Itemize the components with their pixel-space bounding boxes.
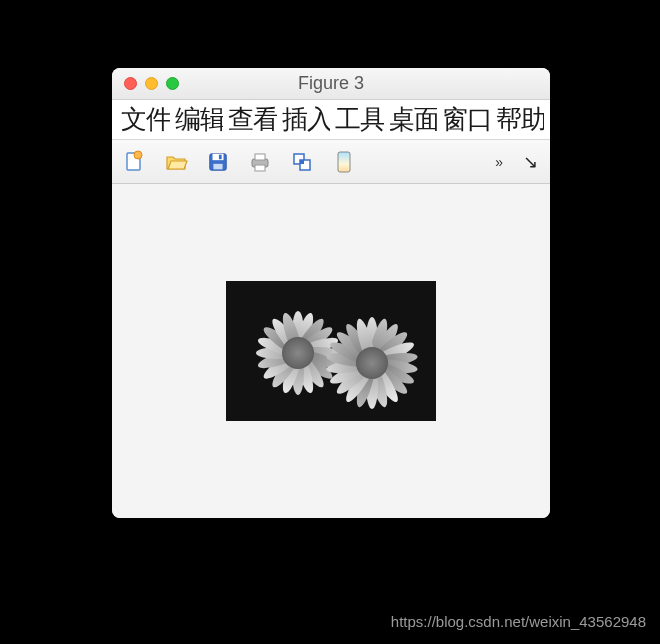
save-icon[interactable] xyxy=(204,148,232,176)
toolbar: » ↘ xyxy=(112,140,550,184)
svg-rect-3 xyxy=(213,153,224,159)
menu-view[interactable]: 查看 xyxy=(225,102,277,137)
maximize-icon[interactable] xyxy=(166,77,179,90)
svg-rect-5 xyxy=(219,154,222,159)
menu-help[interactable]: 帮助 xyxy=(493,102,545,137)
flower-graphic xyxy=(326,317,418,409)
watermark: https://blog.csdn.net/weixin_43562948 xyxy=(391,613,646,630)
figure-content xyxy=(112,184,550,518)
new-file-icon[interactable] xyxy=(120,148,148,176)
traffic-lights xyxy=(112,77,179,90)
minimize-icon[interactable] xyxy=(145,77,158,90)
menu-insert[interactable]: 插入 xyxy=(279,102,331,137)
menu-desktop[interactable]: 桌面 xyxy=(386,102,438,137)
svg-rect-4 xyxy=(213,163,222,169)
dock-icon[interactable]: ↘ xyxy=(519,151,542,173)
open-file-icon[interactable] xyxy=(162,148,190,176)
svg-rect-8 xyxy=(255,165,265,171)
toolbar-overflow-icon[interactable]: » xyxy=(493,154,505,170)
device-icon[interactable] xyxy=(330,148,358,176)
figure-image xyxy=(226,281,436,421)
link-icon[interactable] xyxy=(288,148,316,176)
menu-edit[interactable]: 编辑 xyxy=(172,102,224,137)
close-icon[interactable] xyxy=(124,77,137,90)
menu-file[interactable]: 文件 xyxy=(118,102,170,137)
print-icon[interactable] xyxy=(246,148,274,176)
figure-window: Figure 3 文件 编辑 查看 插入 工具 桌面 窗口 帮助 xyxy=(112,68,550,518)
svg-rect-7 xyxy=(255,154,265,160)
svg-rect-11 xyxy=(300,160,304,164)
svg-point-1 xyxy=(134,151,142,159)
menubar: 文件 编辑 查看 插入 工具 桌面 窗口 帮助 xyxy=(112,100,550,140)
titlebar[interactable]: Figure 3 xyxy=(112,68,550,100)
svg-rect-12 xyxy=(338,152,350,172)
menu-tools[interactable]: 工具 xyxy=(332,102,384,137)
menu-window[interactable]: 窗口 xyxy=(439,102,491,137)
